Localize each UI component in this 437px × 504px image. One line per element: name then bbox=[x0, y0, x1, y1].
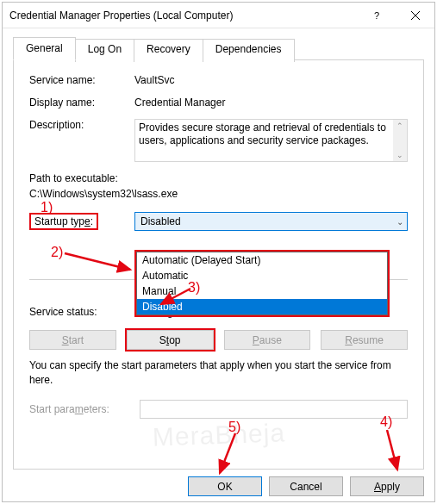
startup-type-combo[interactable]: Disabled ⌄ bbox=[134, 212, 408, 231]
path-label: Path to executable: bbox=[29, 172, 408, 184]
description-text: Provides secure storage and retrieval of… bbox=[139, 121, 386, 146]
apply-button[interactable]: Apply bbox=[350, 476, 424, 496]
service-name-value: VaultSvc bbox=[134, 74, 408, 86]
description-label: Description: bbox=[29, 119, 134, 162]
start-params-hint: You can specify the start parameters tha… bbox=[29, 358, 408, 388]
display-name-label: Display name: bbox=[29, 96, 134, 109]
tab-recovery[interactable]: Recovery bbox=[134, 39, 203, 62]
chevron-down-icon: ⌄ bbox=[396, 217, 403, 227]
cancel-button[interactable]: Cancel bbox=[269, 476, 343, 496]
pause-button: Pause bbox=[224, 330, 311, 350]
scroll-up-icon[interactable]: ⌃ bbox=[393, 120, 407, 132]
help-button[interactable]: ? bbox=[357, 3, 396, 28]
startup-option-manual[interactable]: Manual bbox=[137, 283, 387, 299]
close-button[interactable] bbox=[396, 3, 434, 28]
window-title: Credential Manager Properties (Local Com… bbox=[9, 9, 357, 22]
startup-type-selected: Disabled bbox=[140, 215, 181, 227]
tab-logon[interactable]: Log On bbox=[75, 39, 134, 62]
properties-dialog: Credential Manager Properties (Local Com… bbox=[2, 2, 435, 502]
general-panel: Service name: VaultSvc Display name: Cre… bbox=[13, 59, 424, 470]
start-button: Start bbox=[29, 330, 116, 350]
description-textarea[interactable]: Provides secure storage and retrieval of… bbox=[134, 119, 408, 162]
display-name-value: Credential Manager bbox=[134, 96, 408, 109]
startup-option-automatic[interactable]: Automatic bbox=[137, 268, 387, 283]
scroll-down-icon[interactable]: ⌄ bbox=[393, 149, 407, 161]
startup-option-delayed[interactable]: Automatic (Delayed Start) bbox=[137, 252, 387, 268]
path-value: C:\Windows\system32\lsass.exe bbox=[29, 188, 408, 200]
dialog-button-row: OK Cancel Apply bbox=[3, 470, 434, 503]
resume-button: Resume bbox=[321, 330, 408, 350]
description-scrollbar[interactable]: ⌃ ⌄ bbox=[393, 120, 407, 161]
startup-option-disabled[interactable]: Disabled bbox=[137, 299, 387, 314]
service-name-label: Service name: bbox=[29, 74, 134, 86]
start-params-input bbox=[140, 400, 408, 419]
tab-general[interactable]: General bbox=[13, 37, 76, 60]
tab-strip: General Log On Recovery Dependencies bbox=[3, 28, 434, 60]
stop-button[interactable]: Stop bbox=[127, 330, 214, 350]
startup-type-label: Startup type: bbox=[29, 213, 98, 230]
service-status-label: Service status: bbox=[29, 306, 134, 318]
svg-text:?: ? bbox=[374, 11, 379, 20]
titlebar: Credential Manager Properties (Local Com… bbox=[3, 3, 434, 28]
startup-type-dropdown[interactable]: Automatic (Delayed Start) Automatic Manu… bbox=[134, 250, 390, 317]
tab-dependencies[interactable]: Dependencies bbox=[203, 39, 295, 62]
start-params-label: Start parameters: bbox=[29, 403, 140, 415]
ok-button[interactable]: OK bbox=[188, 476, 262, 496]
